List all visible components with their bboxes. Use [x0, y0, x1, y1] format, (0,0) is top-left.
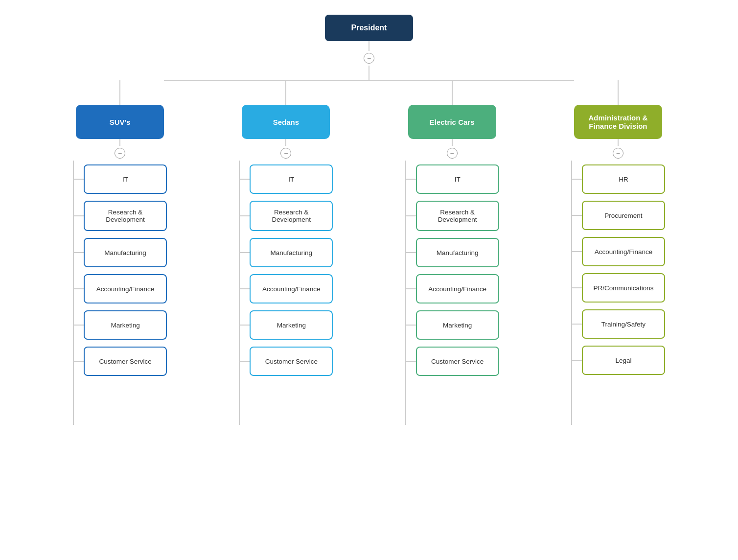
branch-suvs[interactable]: SUV's — [76, 105, 164, 139]
leaf-admin-training[interactable]: Training/Safety — [582, 309, 665, 339]
branch-admin-label: Administration & Finance Division — [589, 114, 648, 130]
branch-electric-label: Electric Cars — [430, 118, 475, 126]
column-admin: Administration & Finance Division − HR P… — [535, 80, 701, 425]
leaf-admin-pr[interactable]: PR/Communications — [582, 273, 665, 303]
leaf-electric-cs[interactable]: Customer Service — [416, 347, 499, 376]
list-item: Training/Safety — [572, 309, 665, 339]
list-item: Accounting/Finance — [240, 274, 333, 303]
leaf-sedans-mfg[interactable]: Manufacturing — [250, 238, 333, 267]
list-item: Manufacturing — [406, 238, 499, 267]
list-item: Procurement — [572, 201, 665, 230]
list-item: Legal — [572, 346, 665, 375]
electric-leaf-list: IT Research & Development Manufacturing — [406, 161, 499, 376]
list-item: Marketing — [74, 310, 167, 340]
list-item: IT — [406, 164, 499, 194]
leaf-admin-legal[interactable]: Legal — [582, 346, 665, 375]
admin-leaf-list: HR Procurement Accounting/Finance P — [572, 161, 665, 375]
leaf-admin-hr[interactable]: HR — [582, 164, 665, 194]
suvs-leaf-list: IT Research & Development Manufacturing — [74, 161, 167, 376]
list-item: IT — [240, 164, 333, 194]
president-to-h-line — [369, 66, 369, 80]
list-item: Accounting/Finance — [406, 274, 499, 303]
admin-collapse-btn[interactable]: − — [613, 148, 623, 159]
list-item: HR — [572, 164, 665, 194]
leaf-sedans-it[interactable]: IT — [250, 164, 333, 194]
leaf-sedans-acct[interactable]: Accounting/Finance — [250, 274, 333, 303]
president-section: President − — [325, 15, 413, 80]
president-node: President — [325, 15, 413, 41]
list-item: Customer Service — [240, 347, 333, 376]
suvs-collapse-btn[interactable]: − — [115, 148, 125, 159]
list-item: Accounting/Finance — [572, 237, 665, 266]
leaf-suvs-acct[interactable]: Accounting/Finance — [84, 274, 167, 303]
leaf-electric-it[interactable]: IT — [416, 164, 499, 194]
list-item: Manufacturing — [240, 238, 333, 267]
list-item: Research & Development — [240, 201, 333, 231]
list-item: Manufacturing — [74, 238, 167, 267]
four-columns: SUV's − IT Research & Development — [37, 80, 701, 425]
h-span-line — [164, 80, 574, 81]
leaf-electric-rd[interactable]: Research & Development — [416, 201, 499, 231]
sedans-collapse-btn[interactable]: − — [280, 148, 291, 159]
leaf-electric-mfg[interactable]: Manufacturing — [416, 238, 499, 267]
branch-admin[interactable]: Administration & Finance Division — [574, 105, 662, 139]
list-item: Accounting/Finance — [74, 274, 167, 303]
branch-sedans[interactable]: Sedans — [242, 105, 330, 139]
list-item: Customer Service — [74, 347, 167, 376]
branch-sedans-label: Sedans — [273, 118, 299, 126]
electric-collapse-btn[interactable]: − — [447, 148, 458, 159]
leaf-electric-acct[interactable]: Accounting/Finance — [416, 274, 499, 303]
leaf-suvs-mktg[interactable]: Marketing — [84, 310, 167, 340]
leaf-suvs-it[interactable]: IT — [84, 164, 167, 194]
leaf-suvs-mfg[interactable]: Manufacturing — [84, 238, 167, 267]
branch-suvs-label: SUV's — [110, 118, 131, 126]
president-drop-line — [369, 41, 369, 51]
leaf-sedans-cs[interactable]: Customer Service — [250, 347, 333, 376]
leaf-sedans-rd[interactable]: Research & Development — [250, 201, 333, 231]
list-item: PR/Communications — [572, 273, 665, 303]
leaf-suvs-rd[interactable]: Research & Development — [84, 201, 167, 231]
column-electric: Electric Cars − IT Research & Developmen… — [369, 80, 535, 425]
list-item: Marketing — [240, 310, 333, 340]
sedans-leaf-list: IT Research & Development Manufacturing — [240, 161, 333, 376]
leaf-suvs-cs[interactable]: Customer Service — [84, 347, 167, 376]
org-chart: President − SUV's − — [0, 0, 738, 440]
list-item: Customer Service — [406, 347, 499, 376]
leaf-admin-acct[interactable]: Accounting/Finance — [582, 237, 665, 266]
main-branch-wrapper: SUV's − IT Research & Development — [37, 80, 701, 425]
list-item: Research & Development — [74, 201, 167, 231]
list-item: IT — [74, 164, 167, 194]
leaf-admin-proc[interactable]: Procurement — [582, 201, 665, 230]
president-collapse-btn[interactable]: − — [364, 53, 374, 64]
president-label: President — [351, 23, 387, 32]
suvs-drop-line — [119, 80, 120, 105]
list-item: Research & Development — [406, 201, 499, 231]
column-suvs: SUV's − IT Research & Development — [37, 80, 203, 425]
branch-electric[interactable]: Electric Cars — [408, 105, 496, 139]
list-item: Marketing — [406, 310, 499, 340]
leaf-electric-mktg[interactable]: Marketing — [416, 310, 499, 340]
leaf-sedans-mktg[interactable]: Marketing — [250, 310, 333, 340]
column-sedans: Sedans − IT Research & Development — [203, 80, 369, 425]
